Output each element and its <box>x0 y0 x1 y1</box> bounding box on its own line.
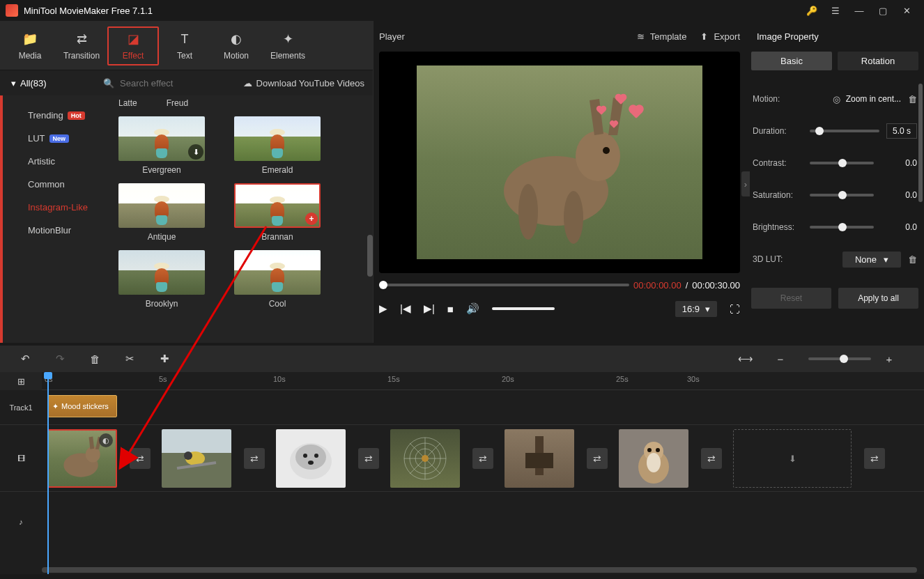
download-youtube-button[interactable]: ☁Download YouTube Videos <box>243 78 364 88</box>
motion-value[interactable]: Zoom in cent... <box>846 94 901 104</box>
cat-lut[interactable]: LUTNew <box>3 127 106 150</box>
transition-slot[interactable]: ⇄ <box>701 448 722 469</box>
effect-evergreen[interactable]: ⬇ Evergreen <box>118 116 205 176</box>
tab-media[interactable]: 📁Media <box>4 26 56 65</box>
cat-motionblur[interactable]: MotionBlur <box>3 219 106 242</box>
maximize-icon[interactable]: ▢ <box>871 0 895 21</box>
cat-instagram-like[interactable]: Instagram-Like <box>3 196 106 219</box>
next-frame-icon[interactable]: ▶| <box>424 302 435 315</box>
tab-text[interactable]: TText <box>159 26 210 65</box>
unlock-pro-icon[interactable]: 🔑 <box>800 0 824 21</box>
video-track[interactable]: ◐ ⇄ ⇄ ⇄ ⇄ ⇄ ⇄ ⬇ ⇄ <box>42 425 924 491</box>
tab-transition[interactable]: ⇄Transition <box>56 26 107 65</box>
lut-dropdown[interactable]: None▾ <box>842 252 901 268</box>
effect-cool[interactable]: Cool <box>234 250 321 310</box>
zoom-slider[interactable] <box>808 357 871 360</box>
all-effects-dropdown[interactable]: ▾All(83) <box>0 78 103 88</box>
trash-icon[interactable]: 🗑 <box>908 254 917 265</box>
brightness-slider[interactable] <box>810 226 874 229</box>
sticker-clip[interactable]: ✦Mood stickers <box>47 395 117 417</box>
close-icon[interactable]: ✕ <box>895 0 918 21</box>
saturation-slider[interactable] <box>810 194 874 196</box>
add-effect-icon[interactable]: + <box>305 213 318 225</box>
property-panel: Image Property Basic Rotation Motion: ◎ … <box>746 21 924 343</box>
effect-brannan[interactable]: + Brannan <box>234 183 321 243</box>
svg-point-13 <box>308 461 314 465</box>
chevron-down-icon: ▾ <box>884 254 888 265</box>
clip-5[interactable] <box>505 429 574 488</box>
tab-rotation[interactable]: Rotation <box>838 52 918 70</box>
drop-zone[interactable]: ⬇ <box>733 429 852 488</box>
split-icon[interactable]: ✂ <box>117 353 142 365</box>
cat-common[interactable]: Common <box>3 173 106 196</box>
zoom-out-icon[interactable]: − <box>768 353 793 365</box>
duration-value[interactable]: 5.0 s <box>886 123 917 139</box>
effect-latte[interactable]: Latte <box>118 98 137 109</box>
duration-slider[interactable] <box>810 130 879 132</box>
svg-point-8 <box>184 451 192 460</box>
seek-knob[interactable] <box>379 281 387 289</box>
add-track-icon[interactable]: ⊞ <box>0 372 42 390</box>
audio-track[interactable] <box>42 492 924 552</box>
minimize-icon[interactable]: — <box>847 0 871 21</box>
tab-effect[interactable]: ◪Effect <box>107 26 159 65</box>
effect-freud[interactable]: Freud <box>167 98 188 109</box>
effect-brooklyn[interactable]: Brooklyn <box>118 250 205 310</box>
delete-icon[interactable]: 🗑 <box>82 353 107 365</box>
transition-slot[interactable]: ⇄ <box>130 448 151 469</box>
clip-6[interactable] <box>619 429 688 488</box>
collapse-panel-icon[interactable]: › <box>741 171 750 196</box>
effects-grid[interactable]: Latte Freud ⬇ Evergreen Emerald <box>106 95 373 343</box>
undo-icon[interactable]: ↶ <box>13 353 38 365</box>
volume-icon[interactable]: 🔊 <box>466 302 479 315</box>
effect-emerald[interactable]: Emerald <box>234 116 321 176</box>
search-input[interactable] <box>120 78 210 88</box>
duration-label: Duration: <box>753 126 803 136</box>
download-icon[interactable]: ⬇ <box>188 144 203 160</box>
redo-icon[interactable]: ↷ <box>47 353 72 365</box>
crop-icon[interactable]: ✚ <box>152 353 177 365</box>
contrast-slider[interactable] <box>810 162 874 164</box>
seek-bar[interactable] <box>379 284 629 286</box>
volume-slider[interactable] <box>492 307 555 310</box>
fit-timeline-icon[interactable]: ⟷ <box>733 353 758 365</box>
stop-icon[interactable]: ■ <box>447 303 454 315</box>
transition-slot[interactable]: ⇄ <box>358 448 379 469</box>
cat-trending[interactable]: TrendingHot <box>3 104 106 127</box>
clip-2[interactable] <box>162 429 231 488</box>
effect-antique[interactable]: Antique <box>118 183 205 243</box>
playhead[interactable] <box>47 372 49 574</box>
reset-button[interactable]: Reset <box>751 288 831 309</box>
aspect-ratio-dropdown[interactable]: 16:9▾ <box>675 301 717 317</box>
export-button[interactable]: ⬆Export <box>700 31 740 42</box>
zoom-in-icon[interactable]: + <box>877 353 902 365</box>
clip-4[interactable] <box>390 429 460 488</box>
time-ruler[interactable]: 0s 5s 10s 15s 20s 25s 30s <box>42 372 924 390</box>
trash-icon[interactable]: 🗑 <box>908 94 917 105</box>
svg-point-2 <box>603 147 610 154</box>
video-preview[interactable] <box>379 52 740 273</box>
transition-slot[interactable]: ⇄ <box>244 448 265 469</box>
clip-3[interactable] <box>276 429 346 488</box>
play-icon[interactable]: ▶ <box>379 302 387 315</box>
effect-icon: ◪ <box>128 31 139 47</box>
clip-1[interactable]: ◐ <box>47 429 117 488</box>
timeline-scrollbar[interactable] <box>42 567 917 573</box>
tab-basic[interactable]: Basic <box>751 52 832 70</box>
scrollbar[interactable] <box>367 235 373 277</box>
transition-slot[interactable]: ⇄ <box>864 448 885 469</box>
folder-icon: 📁 <box>22 31 38 47</box>
apply-all-button[interactable]: Apply to all <box>838 288 918 309</box>
template-button[interactable]: ≋Template <box>637 31 687 42</box>
prev-frame-icon[interactable]: |◀ <box>400 302 411 315</box>
hamburger-menu-icon[interactable]: ☰ <box>824 0 847 21</box>
tab-elements[interactable]: ✦Elements <box>262 26 314 65</box>
scrollbar[interactable] <box>918 84 923 202</box>
fullscreen-icon[interactable]: ⛶ <box>730 303 740 315</box>
tab-motion[interactable]: ◐Motion <box>210 26 262 65</box>
svg-point-28 <box>647 453 661 472</box>
transition-slot[interactable]: ⇄ <box>587 448 608 469</box>
svg-rect-23 <box>525 453 553 468</box>
cat-artistic[interactable]: Artistic <box>3 150 106 173</box>
transition-slot[interactable]: ⇄ <box>472 448 493 469</box>
